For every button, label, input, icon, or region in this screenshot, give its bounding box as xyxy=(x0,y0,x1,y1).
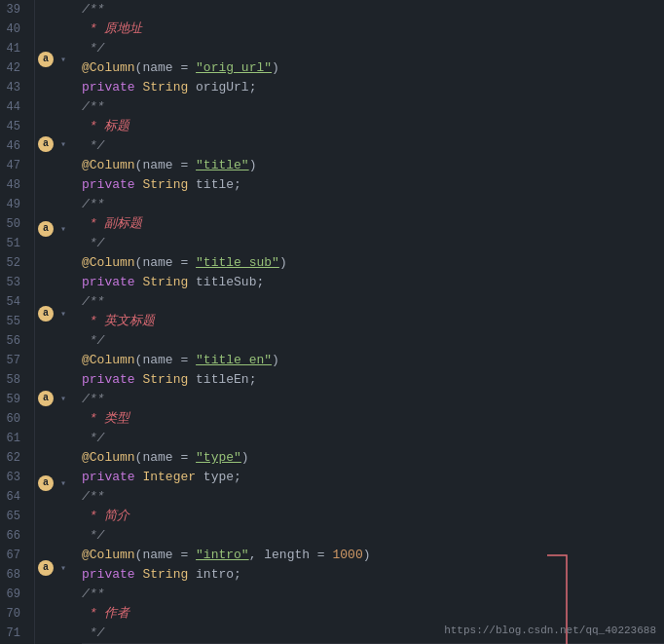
annotation-cell xyxy=(35,339,56,356)
line-number: 51 xyxy=(0,234,28,253)
fold-icon[interactable]: ▾ xyxy=(60,477,66,489)
code-line: @Column(name = "title_sub") xyxy=(82,253,664,273)
annotation-cell xyxy=(35,322,56,338)
annotation-cell xyxy=(35,626,56,643)
line-number: 45 xyxy=(0,117,28,136)
line-number: 67 xyxy=(0,546,28,565)
token: private xyxy=(82,175,135,195)
token: /** xyxy=(82,390,104,409)
fold-cell xyxy=(56,626,70,643)
token: , length = xyxy=(249,546,333,565)
token: ( xyxy=(135,156,143,175)
annotation-cell xyxy=(35,440,56,457)
annotation-cell xyxy=(35,204,56,220)
fold-icon[interactable]: ▾ xyxy=(60,562,66,574)
annotation-cell xyxy=(35,543,56,559)
code-line: */ xyxy=(82,136,664,156)
code-line: @Column(name = "type") xyxy=(82,448,664,468)
fold-cell xyxy=(56,509,70,525)
annotation-cell xyxy=(35,356,56,372)
fold-icon[interactable]: ▾ xyxy=(60,223,66,235)
annotation-cell xyxy=(35,593,56,610)
code-line: @Column(name = "orig_url") xyxy=(82,58,664,78)
line-number: 64 xyxy=(0,487,28,507)
annotation-cell xyxy=(35,424,56,440)
token: Integer xyxy=(142,468,196,487)
token: @Column xyxy=(82,58,135,78)
token: */ xyxy=(82,39,104,58)
code-line: * 简介 xyxy=(82,507,664,526)
annotation-circle: a xyxy=(38,52,54,67)
annotation-cell xyxy=(35,406,56,423)
token: "intro" xyxy=(196,546,249,565)
token: String xyxy=(142,370,188,390)
fold-cell: ▾ xyxy=(56,559,70,576)
token: "type" xyxy=(196,448,241,468)
fold-cell xyxy=(56,237,70,253)
token: String xyxy=(142,273,188,292)
code-line: /** xyxy=(82,97,664,117)
token: 1000 xyxy=(332,546,362,565)
line-number: 58 xyxy=(0,370,28,390)
annotation-cell xyxy=(35,68,56,85)
line-number: 39 xyxy=(0,0,28,19)
line-number: 66 xyxy=(0,526,28,546)
fold-cell xyxy=(56,153,70,170)
annotation-circle: a xyxy=(38,136,54,152)
token: ( xyxy=(135,448,143,468)
annotation-cell xyxy=(35,0,56,17)
annotation-cell xyxy=(35,491,56,508)
token: private xyxy=(82,273,135,292)
annotation-cell xyxy=(35,509,56,525)
token: "orig_url" xyxy=(196,58,272,78)
fold-cell xyxy=(56,339,70,356)
token: name xyxy=(142,156,172,175)
line-number: 41 xyxy=(0,39,28,58)
token: String xyxy=(142,565,188,585)
line-number: 55 xyxy=(0,312,28,331)
token: /** xyxy=(82,585,104,604)
line-number: 46 xyxy=(0,136,28,156)
token: = xyxy=(173,253,196,273)
annotation-circle: a xyxy=(38,475,54,491)
line-number: 59 xyxy=(0,390,28,409)
token: /** xyxy=(82,0,104,19)
token: String xyxy=(142,78,188,97)
line-number: 47 xyxy=(0,156,28,175)
fold-icon[interactable]: ▾ xyxy=(60,308,66,320)
annotation-cell xyxy=(35,34,56,51)
fold-cell xyxy=(56,406,70,423)
line-number: 63 xyxy=(0,468,28,487)
fold-cell xyxy=(56,424,70,440)
fold-cell xyxy=(56,254,70,271)
line-number: 56 xyxy=(0,331,28,351)
annotation-cell: a xyxy=(35,135,56,152)
fold-icon[interactable]: ▾ xyxy=(60,54,66,65)
annotation-cell xyxy=(35,153,56,170)
line-number: 44 xyxy=(0,97,28,117)
fold-cell: ▾ xyxy=(56,390,70,406)
code-line: * 作者 xyxy=(82,604,664,624)
fold-cell xyxy=(56,525,70,542)
fold-icon[interactable]: ▾ xyxy=(60,393,66,404)
fold-cell xyxy=(56,85,70,101)
annotation-cell xyxy=(35,576,56,592)
annotation-cell: a xyxy=(35,220,56,237)
fold-icon[interactable]: ▾ xyxy=(60,138,66,150)
annotation-cell xyxy=(35,237,56,253)
line-number: 42 xyxy=(0,58,28,78)
annotation-cell xyxy=(35,17,56,33)
token: name xyxy=(142,546,172,565)
token: * 类型 xyxy=(82,409,129,429)
code-line: private String titleSub; xyxy=(82,273,664,292)
token: * 作者 xyxy=(82,604,129,624)
fold-cell xyxy=(56,288,70,305)
token: ( xyxy=(135,351,143,370)
code-line: * 标题 xyxy=(82,117,664,136)
annotation-cell: a xyxy=(35,305,56,322)
annotation-cell xyxy=(35,271,56,287)
fold-cell xyxy=(56,101,70,118)
code-editor: 3940414243444546474849505152535455565758… xyxy=(0,0,664,644)
code-line: /** xyxy=(82,487,664,507)
fold-cell xyxy=(56,373,70,390)
